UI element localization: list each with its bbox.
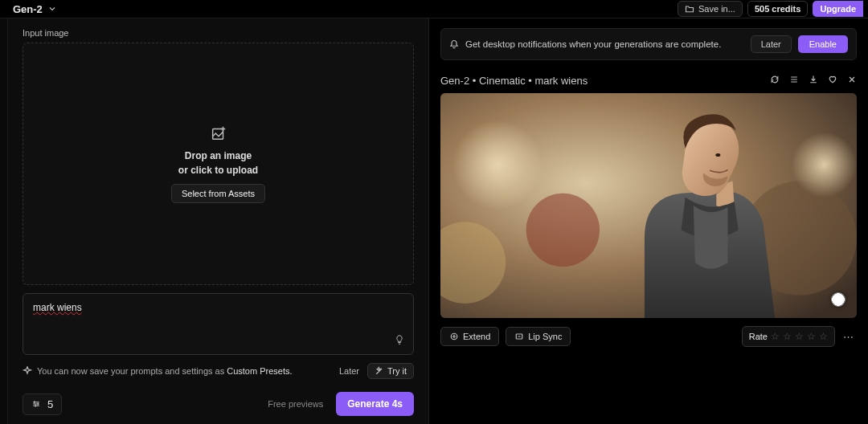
rate-button[interactable]: Rate ☆ ☆ ☆ ☆ ☆ <box>742 326 835 347</box>
settings-pill[interactable]: 5 <box>23 393 62 415</box>
extend-icon <box>449 332 459 341</box>
save-label: Save in... <box>698 4 735 14</box>
bell-icon <box>449 39 459 49</box>
playhead-indicator <box>831 292 845 307</box>
topbar-right: Save in... 505 credits Upgrade <box>678 1 863 17</box>
notification-text: Get desktop notifications when your gene… <box>465 39 721 49</box>
model-selector[interactable]: Gen-2 <box>13 3 57 15</box>
dropzone-message: Drop an image or click to upload <box>178 149 258 177</box>
notif-later-button[interactable]: Later <box>751 35 792 53</box>
prompt-text[interactable]: mark wiens <box>33 302 403 313</box>
upgrade-button[interactable]: Upgrade <box>813 1 863 17</box>
queue-icon[interactable] <box>789 75 799 87</box>
tip-text: You can now save your prompts and settin… <box>37 366 227 376</box>
more-icon[interactable]: ⋯ <box>840 331 857 343</box>
suggestions-icon[interactable] <box>394 334 405 348</box>
wand-icon <box>375 366 384 376</box>
generation-header: Gen-2 • Cinematic • mark wiens <box>440 75 857 87</box>
thumbnail-actions: Extend Lip Sync Rate ☆ ☆ ☆ ☆ ☆ ⋯ <box>440 326 857 347</box>
prompt-box[interactable]: mark wiens <box>23 293 414 355</box>
regenerate-icon[interactable] <box>770 75 780 87</box>
image-plus-icon <box>210 124 227 142</box>
left-panel: Input image Drop an image or click to up… <box>8 18 429 424</box>
generation-title: Gen-2 • Cinematic • mark wiens <box>440 75 588 87</box>
tip-try-button[interactable]: Try it <box>367 363 414 379</box>
input-image-label: Input image <box>23 28 414 38</box>
tool-rail <box>0 18 8 424</box>
topbar: Gen-2 Save in... 505 credits Upgrade <box>0 0 868 18</box>
heart-icon[interactable] <box>828 75 837 87</box>
credits-badge[interactable]: 505 credits <box>747 1 808 17</box>
generation-actions <box>770 75 857 87</box>
folder-icon <box>685 4 694 14</box>
generate-button[interactable]: Generate 4s <box>336 392 414 416</box>
svg-point-3 <box>526 194 600 267</box>
star-icon: ☆ <box>771 331 780 342</box>
select-from-assets-button[interactable]: Select from Assets <box>171 184 265 203</box>
svg-point-5 <box>792 132 857 198</box>
tip-link[interactable]: Custom Presets. <box>227 366 292 376</box>
sliders-icon <box>31 399 41 409</box>
lipsync-icon <box>514 332 524 341</box>
right-panel: Get desktop notifications when your gene… <box>429 18 868 424</box>
rate-label: Rate <box>749 332 768 341</box>
download-icon[interactable] <box>809 75 818 87</box>
star-icon: ☆ <box>807 331 816 342</box>
image-dropzone[interactable]: Drop an image or click to upload Select … <box>23 43 414 285</box>
star-icon: ☆ <box>795 331 804 342</box>
save-button[interactable]: Save in... <box>678 1 743 17</box>
svg-point-7 <box>715 153 720 157</box>
drop-line-1: Drop an image <box>178 149 258 163</box>
extend-button[interactable]: Extend <box>440 327 499 346</box>
close-icon[interactable] <box>847 75 857 87</box>
seed-value: 5 <box>47 398 53 410</box>
generate-bar: 5 Free previews Generate 4s <box>23 387 414 424</box>
star-icon: ☆ <box>783 331 792 342</box>
model-name: Gen-2 <box>13 3 43 15</box>
notification-bar: Get desktop notifications when your gene… <box>440 28 857 60</box>
tip-later-button[interactable]: Later <box>339 366 359 376</box>
preset-tip-row: You can now save your prompts and settin… <box>23 355 414 387</box>
drop-line-2: or click to upload <box>178 163 258 177</box>
generation-thumbnail[interactable] <box>440 93 857 318</box>
lipsync-button[interactable]: Lip Sync <box>506 327 571 346</box>
sparkle-icon <box>23 366 32 376</box>
svg-point-2 <box>452 120 542 210</box>
star-icon: ☆ <box>819 331 828 342</box>
notif-enable-button[interactable]: Enable <box>798 35 848 53</box>
free-previews-link[interactable]: Free previews <box>268 399 323 409</box>
chevron-down-icon <box>47 4 57 14</box>
